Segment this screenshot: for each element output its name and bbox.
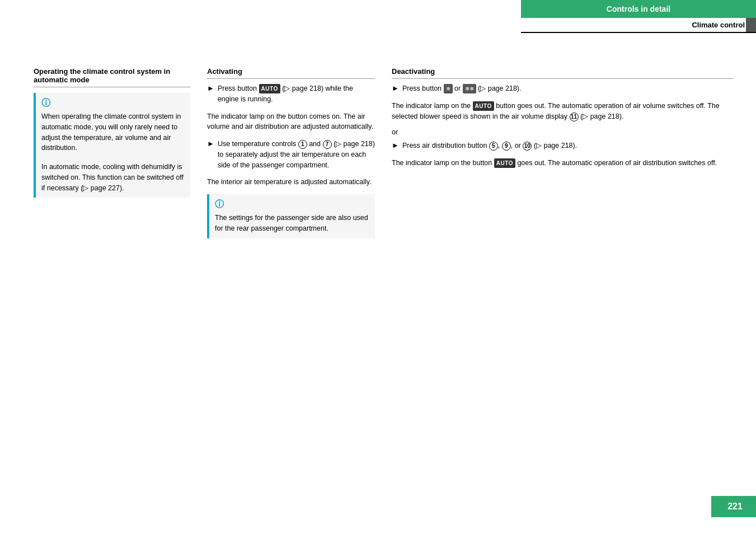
right-sub-text-1: The indicator lamp on the AUTO button go…	[392, 101, 734, 122]
right-bullet-2: ► Press air distribution button 5, 9, or…	[392, 140, 734, 151]
info-icon-middle: ⓘ	[215, 199, 369, 210]
left-column: Operating the climate control system in …	[34, 67, 190, 244]
right-sub-text-2: The indicator lamp on the button AUTO go…	[392, 158, 734, 168]
auto-badge-3: AUTO	[494, 158, 515, 168]
page-number: 221	[711, 496, 756, 517]
climate-control-bar: Climate control	[521, 18, 756, 33]
middle-column: Activating ► Press button AUTO (▷ page 2…	[207, 67, 375, 244]
controls-in-detail-bar: Controls in detail	[521, 0, 756, 18]
right-bullet-1: ► Press button ❄ or ❄❄ (▷ page 218).	[392, 83, 734, 94]
middle-sub-text-2: The interior air temperature is adjusted…	[207, 177, 375, 188]
middle-sub-text-1: The indicator lamp on the button comes o…	[207, 111, 375, 133]
bullet-arrow-1: ►	[207, 84, 214, 92]
left-info-box: ⓘ When operating the climate control sys…	[34, 93, 190, 198]
circle-7: 7	[323, 140, 332, 149]
middle-info-box: ⓘ The settings for the passenger side ar…	[207, 194, 375, 238]
circle-1: 1	[298, 140, 307, 149]
bullet-arrow-2: ►	[207, 139, 214, 148]
auto-badge-1: AUTO	[259, 84, 280, 93]
left-info-text-1: When operating the climate control syste…	[41, 111, 185, 153]
middle-bullet-1: ► Press button AUTO (▷ page 218) while t…	[207, 83, 375, 105]
main-content: Operating the climate control system in …	[34, 67, 734, 244]
right-section-title: Deactivating	[392, 67, 734, 79]
bullet-arrow-4: ►	[392, 141, 399, 149]
middle-info-text: The settings for the passenger side are …	[215, 213, 369, 234]
snowflake-badge-1: ❄	[444, 84, 453, 93]
middle-bullet-2: ► Use temperature controls 1 and 7 (▷ pa…	[207, 139, 375, 170]
snowflake-badge-2: ❄❄	[463, 84, 476, 93]
circle-9: 9	[502, 142, 511, 151]
circle-11: 11	[570, 113, 579, 121]
header: Controls in detail Climate control	[521, 0, 756, 33]
or-text: or	[392, 128, 734, 136]
bullet-arrow-3: ►	[392, 84, 399, 92]
left-info-text-2: In automatic mode, cooling with dehumidi…	[41, 162, 185, 193]
middle-section-title: Activating	[207, 67, 375, 79]
circle-5: 5	[489, 142, 498, 151]
auto-badge-2: AUTO	[473, 101, 494, 111]
right-bullet-1-text: Press button ❄ or ❄❄ (▷ page 218).	[402, 83, 522, 94]
right-bullet-2-text: Press air distribution button 5, 9, or 1…	[402, 140, 577, 151]
middle-bullet-1-text: Press button AUTO (▷ page 218) while the…	[218, 83, 375, 105]
right-column: Deactivating ► Press button ❄ or ❄❄ (▷ p…	[392, 67, 734, 244]
middle-bullet-2-text: Use temperature controls 1 and 7 (▷ page…	[218, 139, 375, 170]
left-section-title: Operating the climate control system in …	[34, 67, 190, 87]
info-icon-left: ⓘ	[41, 97, 185, 109]
circle-10: 10	[523, 142, 532, 151]
